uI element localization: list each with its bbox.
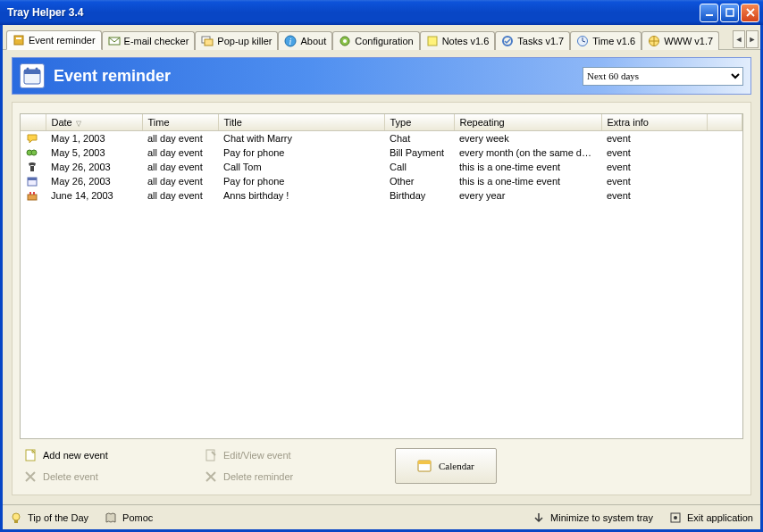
cell-title: Pay for phone: [218, 174, 384, 188]
cell-type: Birthday: [384, 188, 454, 203]
svg-rect-1: [726, 9, 734, 16]
svg-rect-26: [33, 192, 35, 195]
tab-event-reminder[interactable]: Event reminder: [6, 30, 102, 50]
new-doc-icon: [23, 448, 38, 462]
tab-label: Time v1.6: [592, 36, 635, 46]
popup-icon: [201, 35, 214, 47]
cell-repeat: every year: [454, 188, 601, 203]
cell-date: May 1, 2003: [46, 131, 142, 146]
tab-bar: Event reminder E-mail checker Pop-up kil…: [3, 25, 760, 50]
maximize-icon: [725, 8, 734, 17]
tab-tasks[interactable]: Tasks v1.7: [495, 31, 570, 50]
cell-type: Chat: [384, 131, 454, 146]
cell-type: Bill Payment: [384, 145, 454, 160]
section-title: Event reminder: [54, 67, 171, 86]
svg-rect-21: [30, 166, 34, 171]
cell-time: all day event: [142, 131, 218, 146]
table-row[interactable]: May 1, 2003all day eventChat with MarryC…: [21, 131, 742, 146]
svg-rect-0: [706, 14, 713, 16]
minimize-button[interactable]: [700, 4, 718, 22]
maximize-button[interactable]: [720, 4, 739, 22]
down-arrow-icon: [532, 511, 545, 524]
grid-header-row: Date▽ Time Title Type Repeating Extra in…: [21, 114, 742, 131]
exit-icon: [669, 511, 682, 524]
table-row[interactable]: May 26, 2003all day eventPay for phoneOt…: [21, 174, 742, 188]
table-row[interactable]: May 26, 2003all day eventCall TomCallthi…: [21, 160, 742, 174]
content: Event reminder Next 60 days: [3, 50, 760, 504]
cell-title: Anns birthday !: [218, 188, 384, 203]
calendar-button[interactable]: Calendar: [395, 448, 497, 484]
cell-type: Other: [384, 174, 454, 188]
close-icon: [746, 8, 755, 17]
tab-label: About: [300, 36, 326, 46]
cell-repeat: every week: [454, 131, 601, 146]
date-filter-select[interactable]: Next 60 days: [583, 67, 743, 86]
edit-event-link[interactable]: Edit/View event: [204, 448, 373, 462]
cell-time: all day event: [142, 174, 218, 188]
tab-scroll-right[interactable]: ►: [746, 30, 759, 48]
delete-reminder-link[interactable]: Delete reminder: [204, 470, 373, 484]
tab-email-checker[interactable]: E-mail checker: [102, 31, 196, 50]
col-icon[interactable]: [21, 114, 46, 131]
svg-point-31: [13, 513, 20, 520]
cell-date: June 14, 2003: [46, 188, 142, 203]
col-date[interactable]: Date▽: [46, 114, 142, 131]
web-icon: [648, 35, 660, 47]
add-event-link[interactable]: Add new event: [23, 448, 193, 462]
tab-www[interactable]: WWW v1.7: [641, 31, 719, 50]
event-grid[interactable]: Date▽ Time Title Type Repeating Extra in…: [20, 113, 743, 439]
tab-popup-killer[interactable]: Pop-up killer: [195, 31, 278, 50]
col-time[interactable]: Time: [142, 114, 218, 131]
col-type[interactable]: Type: [384, 114, 454, 131]
window-buttons: [700, 4, 759, 22]
cell-repeat: this is a one-time event: [454, 160, 601, 174]
gear-icon: [339, 35, 351, 47]
col-extra[interactable]: Extra info: [601, 114, 707, 131]
minimize-tray-link[interactable]: Minimize to system tray: [532, 511, 653, 524]
cell-extra: event: [601, 188, 707, 203]
delete-event-link[interactable]: Delete event: [23, 470, 193, 484]
svg-rect-3: [16, 37, 21, 39]
tab-configuration[interactable]: Configuration: [332, 31, 419, 50]
tab-label: E-mail checker: [124, 36, 189, 46]
tip-of-day-link[interactable]: Tip of the Day: [10, 511, 88, 524]
cell-title: Pay for phone: [218, 145, 384, 160]
close-button[interactable]: [741, 4, 759, 22]
svg-point-17: [27, 68, 29, 71]
table-row[interactable]: June 14, 2003all day eventAnns birthday …: [21, 188, 742, 203]
event-type-icon: [26, 189, 38, 202]
tab-label: Configuration: [355, 36, 413, 46]
tab-notes[interactable]: Notes v1.6: [420, 31, 496, 50]
section-header: Event reminder Next 60 days: [12, 57, 751, 95]
event-type-icon: [26, 146, 38, 159]
tab-time[interactable]: Time v1.6: [570, 31, 641, 50]
delete-reminder-icon: [204, 470, 218, 484]
minimize-icon: [705, 8, 714, 17]
cell-date: May 5, 2003: [46, 145, 142, 160]
tab-scroll-left[interactable]: ◄: [733, 30, 745, 48]
tab-label: WWW v1.7: [664, 36, 713, 46]
event-type-icon: [26, 161, 38, 173]
sort-indicator-icon: ▽: [76, 120, 81, 128]
edit-icon: [204, 448, 218, 462]
tab-about[interactable]: i About: [278, 31, 332, 50]
event-type-icon: [26, 175, 38, 187]
grid-panel: Date▽ Time Title Type Repeating Extra in…: [12, 102, 751, 495]
bulb-icon: [10, 511, 22, 524]
col-spacer: [707, 114, 742, 131]
help-link[interactable]: Pomoc: [105, 511, 153, 524]
client-area: Event reminder E-mail checker Pop-up kil…: [0, 25, 763, 532]
cell-time: all day event: [142, 160, 218, 174]
cell-type: Call: [384, 160, 454, 174]
cell-extra: event: [601, 131, 707, 146]
note-icon: [426, 35, 439, 47]
table-row[interactable]: May 5, 2003all day eventPay for phoneBil…: [21, 145, 742, 160]
cell-title: Call Tom: [218, 160, 384, 174]
tab-scroll: ◄ ►: [733, 30, 759, 48]
actions-bar: Add new event Delete event Edit/View eve…: [20, 439, 743, 487]
exit-link[interactable]: Exit application: [669, 511, 753, 524]
col-repeat[interactable]: Repeating: [454, 114, 601, 131]
info-icon: i: [284, 35, 297, 47]
col-title[interactable]: Title: [218, 114, 384, 131]
svg-rect-24: [28, 195, 37, 200]
